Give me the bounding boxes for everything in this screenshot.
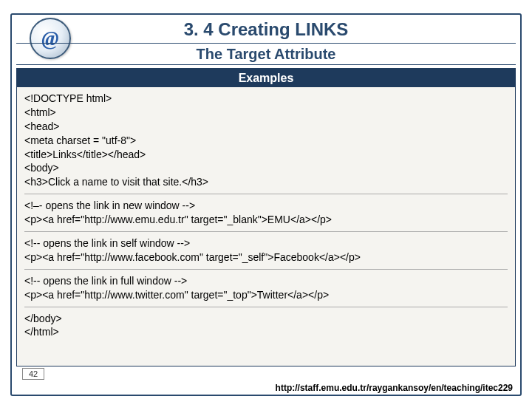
divider <box>24 194 508 194</box>
code-example: <!DOCTYPE html> <html> <head> <meta char… <box>16 87 516 366</box>
code-line: <head> <box>24 120 508 134</box>
examples-header: Examples <box>16 68 516 87</box>
code-comment: <!-- opens the link in self window --> <box>24 236 508 250</box>
slide-title: 3. 4 Creating LINKS <box>0 19 532 40</box>
slide: @ 3. 4 Creating LINKS The Target Attribu… <box>0 0 532 399</box>
code-line: <p><a href="http://www.facebook.com" tar… <box>24 250 508 265</box>
footer-url: http://staff.emu.edu.tr/raygankansoy/en/… <box>276 383 513 393</box>
code-line: <title>Links</title></head> <box>24 148 508 162</box>
code-line: <html> <box>24 106 508 120</box>
code-line: <p><a href="http://www.emu.edu.tr" targe… <box>24 213 508 227</box>
code-line: <p><a href="http://www.twitter.com" targ… <box>24 288 508 302</box>
code-line: </html> <box>24 325 508 339</box>
code-comment: <!-- opens the link in full window --> <box>24 274 508 288</box>
divider <box>24 269 508 270</box>
code-line: </body> <box>24 312 508 326</box>
code-line: <body> <box>24 161 508 175</box>
divider <box>24 307 508 307</box>
page-number: 42 <box>22 368 44 380</box>
code-line: <h3>Click a name to visit that site.</h3… <box>24 175 508 189</box>
slide-subtitle: The Target Attribute <box>16 43 516 65</box>
code-comment: <!–- opens the link in new window --> <box>24 199 508 213</box>
code-line: <!DOCTYPE html> <box>24 92 508 106</box>
code-line: <meta charset = "utf-8"> <box>24 134 508 148</box>
divider <box>24 231 508 232</box>
